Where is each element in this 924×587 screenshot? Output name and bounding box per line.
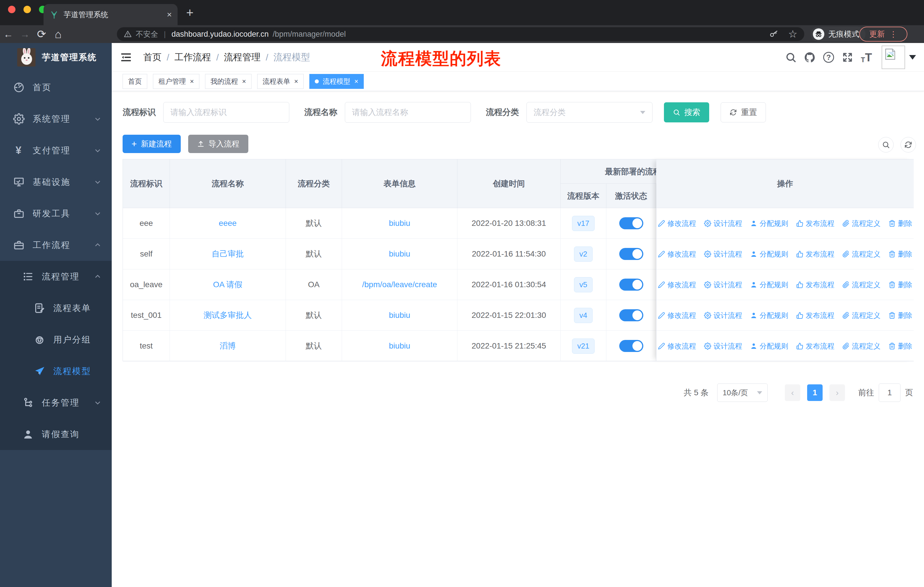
sidebar-item-process-form[interactable]: 流程表单 — [0, 293, 112, 324]
tag-tenant[interactable]: 租户管理 × — [153, 74, 200, 89]
page-size-select[interactable]: 10条/页 — [717, 384, 767, 402]
sidebar-item-home[interactable]: 首页 — [0, 72, 112, 103]
publish-process-link[interactable]: 发布流程 — [796, 219, 834, 228]
delete-link[interactable]: 删除 — [888, 219, 912, 228]
window-controls[interactable] — [8, 6, 46, 13]
modify-process-link[interactable]: 修改流程 — [658, 280, 696, 289]
delete-link[interactable]: 删除 — [888, 250, 912, 259]
github-icon[interactable] — [800, 51, 819, 63]
breadcrumb-workflow[interactable]: 工作流程 — [175, 51, 211, 64]
process-name-link[interactable]: eeee — [219, 219, 237, 228]
address-bar[interactable]: 不安全 | dashboard.yudao.iocoder.cn/bpm/man… — [117, 27, 804, 41]
security-label[interactable]: 不安全 — [136, 29, 158, 39]
refresh-table-button[interactable] — [901, 137, 916, 152]
process-name-link[interactable]: 自己审批 — [212, 248, 244, 260]
modify-process-link[interactable]: 修改流程 — [658, 311, 696, 320]
sidebar-item-workflow[interactable]: 工作流程 — [0, 229, 112, 261]
publish-process-link[interactable]: 发布流程 — [796, 250, 834, 259]
process-key-input[interactable] — [163, 102, 289, 123]
sidebar-item-dev-tools[interactable]: 研发工具 — [0, 198, 112, 229]
delete-link[interactable]: 删除 — [888, 311, 912, 320]
process-name-link[interactable]: OA 请假 — [213, 279, 243, 290]
form-info-link[interactable]: biubiu — [389, 250, 411, 258]
process-definition-link[interactable]: 流程定义 — [842, 219, 881, 228]
fullscreen-icon[interactable] — [838, 51, 857, 63]
search-button[interactable]: 搜索 — [664, 103, 709, 122]
sidebar-item-payment[interactable]: ¥ 支付管理 — [0, 135, 112, 166]
home-icon[interactable]: ⌂ — [50, 28, 66, 41]
sidebar-item-leave-query[interactable]: 请假查询 — [0, 418, 112, 450]
sidebar-item-system[interactable]: 系统管理 — [0, 103, 112, 135]
new-tab-button[interactable]: + — [186, 6, 194, 19]
tag-process-model[interactable]: 流程模型 × — [309, 74, 364, 89]
tag-home[interactable]: 首页 — [122, 74, 147, 89]
modify-process-link[interactable]: 修改流程 — [658, 250, 696, 259]
bookmark-star-icon[interactable]: ☆ — [788, 28, 797, 40]
assign-rule-link[interactable]: 分配规则 — [750, 311, 788, 320]
minimize-window-button[interactable] — [23, 6, 31, 13]
process-category-select[interactable]: 流程分类 — [526, 102, 652, 123]
form-info-link[interactable]: /bpm/oa/leave/create — [362, 280, 437, 289]
sidebar-item-task-management[interactable]: 任务管理 — [0, 387, 112, 418]
prev-page-button[interactable]: ‹ — [785, 384, 800, 401]
create-process-button[interactable]: + 新建流程 — [122, 135, 181, 153]
search-icon[interactable] — [781, 51, 800, 63]
publish-process-link[interactable]: 发布流程 — [796, 341, 834, 351]
active-toggle[interactable] — [619, 248, 643, 260]
design-process-link[interactable]: 设计流程 — [704, 341, 742, 351]
close-icon[interactable]: × — [294, 78, 298, 85]
current-page[interactable]: 1 — [807, 384, 823, 401]
assign-rule-link[interactable]: 分配规则 — [750, 280, 788, 289]
forward-icon[interactable]: → — [16, 29, 33, 40]
avatar-caret-icon[interactable] — [909, 55, 916, 60]
process-definition-link[interactable]: 流程定义 — [842, 341, 881, 351]
design-process-link[interactable]: 设计流程 — [704, 280, 742, 289]
close-icon[interactable]: × — [242, 78, 246, 85]
design-process-link[interactable]: 设计流程 — [704, 250, 742, 259]
design-process-link[interactable]: 设计流程 — [704, 311, 742, 320]
breadcrumb-home[interactable]: 首页 — [143, 51, 162, 64]
sidebar-item-process-management[interactable]: 流程管理 — [0, 261, 112, 293]
back-icon[interactable]: ← — [0, 29, 16, 40]
key-icon[interactable] — [769, 30, 779, 39]
font-size-icon[interactable]: TT — [857, 51, 876, 64]
sidebar-item-infrastructure[interactable]: 基础设施 — [0, 166, 112, 198]
breadcrumb-process-management[interactable]: 流程管理 — [224, 51, 261, 64]
delete-link[interactable]: 删除 — [888, 341, 912, 351]
avatar[interactable] — [882, 46, 905, 69]
assign-rule-link[interactable]: 分配规则 — [750, 250, 788, 259]
tab-close-icon[interactable]: × — [167, 10, 172, 20]
goto-page-input[interactable] — [879, 384, 901, 402]
modify-process-link[interactable]: 修改流程 — [658, 219, 696, 228]
assign-rule-link[interactable]: 分配规则 — [750, 219, 788, 228]
publish-process-link[interactable]: 发布流程 — [796, 280, 834, 289]
browser-tab[interactable]: 芋道管理系统 × — [43, 4, 178, 25]
reload-icon[interactable]: ⟳ — [33, 28, 50, 40]
close-icon[interactable]: × — [190, 78, 194, 85]
form-info-link[interactable]: biubiu — [389, 311, 411, 320]
assign-rule-link[interactable]: 分配规则 — [750, 341, 788, 351]
close-window-button[interactable] — [8, 6, 15, 13]
publish-process-link[interactable]: 发布流程 — [796, 311, 834, 320]
reset-button[interactable]: 重置 — [721, 103, 766, 122]
import-process-button[interactable]: 导入流程 — [188, 135, 248, 153]
process-name-link[interactable]: 测试多审批人 — [204, 310, 252, 321]
show-search-button[interactable] — [878, 137, 894, 152]
active-toggle[interactable] — [619, 309, 643, 321]
delete-link[interactable]: 删除 — [888, 280, 912, 289]
process-definition-link[interactable]: 流程定义 — [842, 280, 881, 289]
update-button[interactable]: 更新 ⋮ — [859, 26, 908, 41]
close-icon[interactable]: × — [354, 78, 358, 85]
sidebar-item-process-model[interactable]: 流程模型 — [0, 356, 112, 387]
process-definition-link[interactable]: 流程定义 — [842, 311, 881, 320]
tag-my-process[interactable]: 我的流程 × — [205, 74, 251, 89]
process-name-input[interactable] — [345, 102, 471, 123]
form-info-link[interactable]: biubiu — [389, 341, 411, 351]
active-toggle[interactable] — [619, 279, 643, 291]
active-toggle[interactable] — [619, 217, 643, 229]
tag-process-form[interactable]: 流程表单 × — [257, 74, 304, 89]
sidebar-fold-icon[interactable] — [120, 51, 132, 63]
app-logo-row[interactable]: 芋道管理系统 — [0, 43, 112, 72]
active-toggle[interactable] — [619, 340, 643, 352]
next-page-button[interactable]: › — [830, 384, 845, 401]
